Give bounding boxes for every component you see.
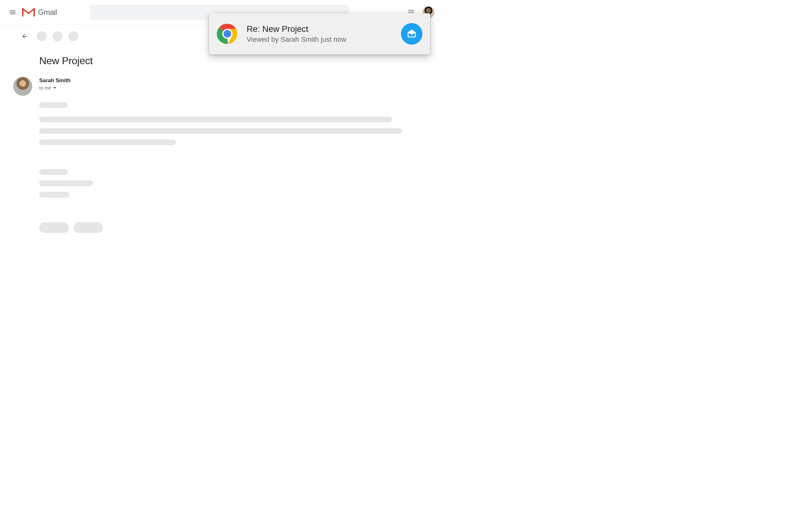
chevron-down-icon bbox=[53, 86, 56, 90]
hamburger-icon bbox=[9, 8, 16, 16]
email-subject: New Project bbox=[39, 55, 440, 67]
chrome-icon bbox=[217, 23, 238, 44]
message-pane: New Project Sarah Smith to me bbox=[0, 55, 440, 233]
svg-point-11 bbox=[224, 30, 231, 38]
placeholder-line bbox=[39, 180, 93, 186]
sender-row: Sarah Smith to me bbox=[13, 77, 440, 96]
chrome-notification[interactable]: Re: New Project Viewed by Sarah Smith ju… bbox=[209, 13, 430, 55]
placeholder-line bbox=[39, 139, 176, 145]
open-mail-icon bbox=[406, 29, 417, 39]
placeholder-line bbox=[39, 169, 68, 175]
notification-open-button[interactable] bbox=[401, 23, 422, 44]
svg-point-5 bbox=[412, 12, 414, 13]
gmail-wordmark: Gmail bbox=[38, 8, 57, 17]
svg-point-2 bbox=[412, 10, 414, 11]
arrow-left-icon bbox=[21, 33, 28, 40]
gmail-icon bbox=[22, 7, 35, 18]
placeholder-line bbox=[39, 102, 68, 108]
email-body-placeholder bbox=[39, 102, 440, 233]
recipients-label: to me bbox=[39, 85, 51, 91]
gmail-logo[interactable]: Gmail bbox=[22, 7, 57, 18]
placeholder-line bbox=[39, 128, 402, 134]
svg-point-4 bbox=[410, 12, 412, 13]
toolbar-action[interactable] bbox=[68, 31, 78, 41]
toolbar-action[interactable] bbox=[53, 31, 63, 41]
sender-avatar[interactable] bbox=[13, 77, 32, 96]
toolbar-action[interactable] bbox=[37, 31, 47, 41]
main-menu-button[interactable] bbox=[5, 5, 20, 20]
placeholder-line bbox=[39, 117, 392, 122]
svg-point-0 bbox=[409, 10, 410, 11]
svg-point-3 bbox=[409, 12, 410, 13]
svg-point-1 bbox=[410, 10, 412, 11]
recipients-toggle[interactable]: to me bbox=[39, 85, 70, 91]
placeholder-line bbox=[39, 192, 70, 198]
notification-title: Re: New Project bbox=[247, 24, 392, 34]
reply-button[interactable] bbox=[39, 222, 69, 233]
back-button[interactable] bbox=[18, 30, 31, 43]
forward-button[interactable] bbox=[73, 222, 103, 233]
notification-subtitle: Viewed by Sarah Smith just now bbox=[247, 35, 392, 44]
sender-name: Sarah Smith bbox=[39, 77, 70, 84]
